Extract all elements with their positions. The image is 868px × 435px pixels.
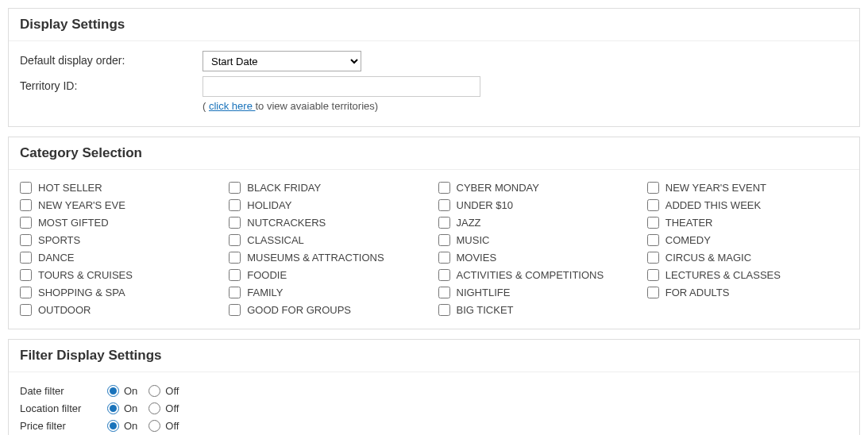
category-checkbox[interactable] bbox=[229, 269, 241, 281]
filter-radio-off[interactable] bbox=[149, 420, 160, 432]
category-selection-panel: Category Selection HOT SELLERNEW YEAR'S … bbox=[8, 137, 860, 329]
category-checkbox[interactable] bbox=[438, 252, 450, 264]
filter-radio-label[interactable]: Off bbox=[165, 385, 179, 397]
category-label[interactable]: COMEDY bbox=[665, 234, 711, 246]
category-checkbox[interactable] bbox=[647, 287, 659, 298]
category-label[interactable]: SPORTS bbox=[38, 234, 80, 246]
filter-radio-on[interactable] bbox=[107, 420, 119, 432]
category-checkbox[interactable] bbox=[647, 252, 659, 264]
category-checkbox[interactable] bbox=[20, 269, 32, 281]
category-checkbox[interactable] bbox=[438, 234, 450, 246]
category-checkbox[interactable] bbox=[229, 287, 241, 298]
category-checkbox[interactable] bbox=[438, 269, 450, 281]
filter-display-panel: Filter Display Settings Date filterOnOff… bbox=[8, 339, 860, 435]
category-item: MOST GIFTED bbox=[20, 214, 221, 230]
territory-input[interactable] bbox=[203, 76, 480, 97]
filter-radio-option: Off bbox=[149, 420, 179, 432]
category-label[interactable]: BLACK FRIDAY bbox=[247, 182, 321, 194]
category-checkbox[interactable] bbox=[438, 182, 450, 194]
category-checkbox[interactable] bbox=[20, 199, 32, 211]
category-item: MUSIC bbox=[438, 232, 639, 248]
category-label[interactable]: HOT SELLER bbox=[38, 182, 102, 194]
category-checkbox[interactable] bbox=[229, 234, 241, 246]
category-checkbox[interactable] bbox=[20, 182, 32, 194]
filter-radio-group: OnOff bbox=[107, 385, 190, 397]
filter-radio-label[interactable]: On bbox=[124, 402, 137, 414]
filter-row: Location filterOnOff bbox=[20, 399, 848, 417]
category-item: SPORTS bbox=[20, 232, 221, 248]
category-label[interactable]: THEATER bbox=[665, 217, 713, 229]
display-order-select[interactable]: Start Date bbox=[203, 51, 361, 71]
filter-label: Location filter bbox=[20, 402, 107, 414]
category-checkbox[interactable] bbox=[438, 217, 450, 229]
category-item: FOODIE bbox=[229, 267, 430, 283]
category-checkbox[interactable] bbox=[647, 199, 659, 211]
category-label[interactable]: GOOD FOR GROUPS bbox=[247, 304, 351, 316]
filter-display-header: Filter Display Settings bbox=[9, 340, 859, 372]
category-label[interactable]: FOODIE bbox=[247, 269, 287, 281]
category-label[interactable]: SHOPPING & SPA bbox=[38, 287, 125, 298]
category-checkbox[interactable] bbox=[229, 182, 241, 194]
filter-radio-label[interactable]: On bbox=[124, 385, 137, 397]
category-label[interactable]: HOLIDAY bbox=[247, 199, 291, 211]
filter-label: Price filter bbox=[20, 420, 107, 432]
category-label[interactable]: MUSIC bbox=[457, 234, 490, 246]
category-label[interactable]: FOR ADULTS bbox=[665, 287, 730, 298]
category-label[interactable]: MUSEUMS & ATTRACTIONS bbox=[247, 252, 384, 264]
category-item: NEW YEAR'S EVE bbox=[20, 197, 221, 213]
category-checkbox[interactable] bbox=[20, 252, 32, 264]
category-item: SHOPPING & SPA bbox=[20, 284, 221, 300]
territory-link[interactable]: click here bbox=[209, 100, 256, 112]
category-item: BIG TICKET bbox=[438, 302, 639, 318]
category-label[interactable]: TOURS & CRUISES bbox=[38, 269, 133, 281]
category-checkbox[interactable] bbox=[438, 199, 450, 211]
category-checkbox[interactable] bbox=[20, 217, 32, 229]
category-checkbox[interactable] bbox=[438, 287, 450, 298]
category-item: GOOD FOR GROUPS bbox=[229, 302, 430, 318]
category-item: OUTDOOR bbox=[20, 302, 221, 318]
category-checkbox[interactable] bbox=[438, 304, 450, 316]
category-checkbox[interactable] bbox=[229, 252, 241, 264]
category-checkbox[interactable] bbox=[20, 234, 32, 246]
category-checkbox[interactable] bbox=[647, 217, 659, 229]
category-label[interactable]: NEW YEAR'S EVE bbox=[38, 199, 125, 211]
category-checkbox[interactable] bbox=[20, 304, 32, 316]
filter-radio-group: OnOff bbox=[107, 402, 190, 414]
filter-radio-on[interactable] bbox=[107, 402, 119, 414]
category-checkbox[interactable] bbox=[229, 304, 241, 316]
filter-radio-on[interactable] bbox=[107, 385, 119, 397]
filter-radio-off[interactable] bbox=[149, 385, 160, 397]
category-label[interactable]: NEW YEAR'S EVENT bbox=[665, 182, 766, 194]
filter-radio-label[interactable]: On bbox=[124, 420, 137, 432]
category-label[interactable]: FAMILY bbox=[247, 287, 283, 298]
category-label[interactable]: BIG TICKET bbox=[457, 304, 514, 316]
filter-radio-label[interactable]: Off bbox=[165, 420, 179, 432]
filter-row: Date filterOnOff bbox=[20, 382, 848, 399]
category-checkbox[interactable] bbox=[229, 217, 241, 229]
category-label[interactable]: CIRCUS & MAGIC bbox=[665, 252, 751, 264]
category-item: JAZZ bbox=[438, 214, 639, 230]
category-label[interactable]: UNDER $10 bbox=[457, 199, 514, 211]
filter-radio-label[interactable]: Off bbox=[165, 402, 179, 414]
category-label[interactable]: OUTDOOR bbox=[38, 304, 91, 316]
category-item: DANCE bbox=[20, 249, 221, 265]
category-checkbox[interactable] bbox=[647, 269, 659, 281]
category-label[interactable]: MOST GIFTED bbox=[38, 217, 109, 229]
category-label[interactable]: JAZZ bbox=[457, 217, 481, 229]
category-checkbox[interactable] bbox=[229, 199, 241, 211]
filter-radio-option: On bbox=[107, 402, 137, 414]
category-label[interactable]: ADDED THIS WEEK bbox=[665, 199, 761, 211]
category-label[interactable]: LECTURES & CLASSES bbox=[665, 269, 781, 281]
filter-radio-off[interactable] bbox=[149, 402, 160, 414]
category-checkbox[interactable] bbox=[20, 287, 32, 298]
category-label[interactable]: ACTIVITIES & COMPETITIONS bbox=[457, 269, 604, 281]
category-label[interactable]: CYBER MONDAY bbox=[457, 182, 540, 194]
category-item: TOURS & CRUISES bbox=[20, 267, 221, 283]
category-label[interactable]: NUTCRACKERS bbox=[247, 217, 326, 229]
category-checkbox[interactable] bbox=[647, 234, 659, 246]
category-label[interactable]: NIGHTLIFE bbox=[457, 287, 511, 298]
category-checkbox[interactable] bbox=[647, 182, 659, 194]
category-label[interactable]: DANCE bbox=[38, 252, 75, 264]
category-label[interactable]: MOVIES bbox=[457, 252, 497, 264]
category-label[interactable]: CLASSICAL bbox=[247, 234, 304, 246]
